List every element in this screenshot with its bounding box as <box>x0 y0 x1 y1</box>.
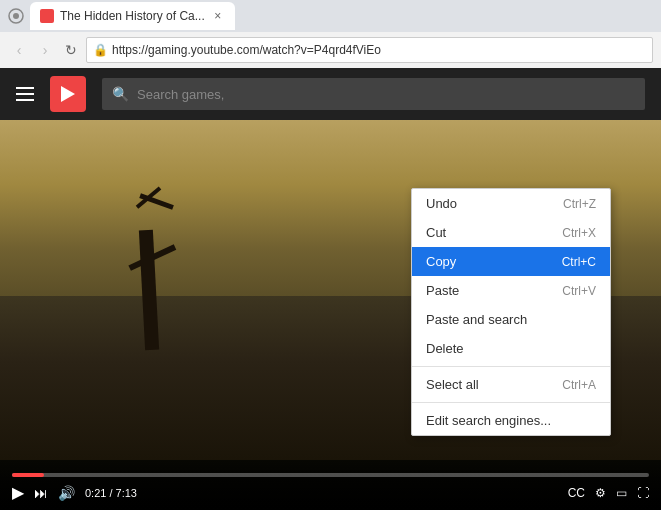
menu-item-shortcut: Ctrl+Z <box>563 197 596 211</box>
search-icon: 🔍 <box>112 86 129 102</box>
video-tree <box>120 150 180 350</box>
tab-close-button[interactable]: × <box>211 9 225 23</box>
menu-item-label: Delete <box>426 341 464 356</box>
yt-logo-play <box>61 86 75 102</box>
menu-item-shortcut: Ctrl+C <box>562 255 596 269</box>
video-controls: ▶ ⏭ 🔊 0:21 / 7:13 CC ⚙ ▭ ⛶ <box>0 460 661 510</box>
video-time: 0:21 / 7:13 <box>85 487 137 499</box>
volume-button[interactable]: 🔊 <box>58 485 75 501</box>
menu-item-shortcut: Ctrl+A <box>562 378 596 392</box>
chrome-browser: The Hidden History of Ca... × ‹ › ↻ 🔒 ht… <box>0 0 661 510</box>
context-menu: Undo Ctrl+Z Cut Ctrl+X Copy Ctrl+C Paste… <box>411 188 611 436</box>
browser-tab[interactable]: The Hidden History of Ca... × <box>30 2 235 30</box>
video-progress-bar[interactable] <box>12 473 649 477</box>
yt-gaming-header: 🔍 Search games, <box>0 68 661 120</box>
context-menu-item-paste[interactable]: Paste Ctrl+V <box>412 276 610 305</box>
tab-title: The Hidden History of Ca... <box>60 9 205 23</box>
tree-trunk <box>139 230 159 351</box>
search-bar[interactable]: 🔍 Search games, <box>102 78 645 110</box>
video-content-area: ▶ ⏭ 🔊 0:21 / 7:13 CC ⚙ ▭ ⛶ Undo Ctrl+Z C… <box>0 120 661 510</box>
yt-gaming-logo[interactable] <box>50 76 86 112</box>
menu-item-shortcut: Ctrl+X <box>562 226 596 240</box>
menu-item-label: Paste <box>426 283 459 298</box>
browser-icon <box>8 8 24 24</box>
controls-row: ▶ ⏭ 🔊 0:21 / 7:13 CC ⚙ ▭ ⛶ <box>12 483 649 502</box>
forward-button[interactable]: › <box>34 39 56 61</box>
search-placeholder: Search games, <box>137 87 224 102</box>
context-menu-item-delete[interactable]: Delete <box>412 334 610 363</box>
url-bar[interactable]: 🔒 https://gaming.youtube.com/watch?v=P4q… <box>86 37 653 63</box>
menu-item-label: Paste and search <box>426 312 527 327</box>
context-menu-item-paste-search[interactable]: Paste and search <box>412 305 610 334</box>
address-bar: ‹ › ↻ 🔒 https://gaming.youtube.com/watch… <box>0 32 661 68</box>
menu-separator <box>412 366 610 367</box>
url-text: https://gaming.youtube.com/watch?v=P4qrd… <box>112 43 646 57</box>
menu-item-label: Undo <box>426 196 457 211</box>
video-progress-fill <box>12 473 44 477</box>
play-button[interactable]: ▶ <box>12 483 24 502</box>
context-menu-item-undo[interactable]: Undo Ctrl+Z <box>412 189 610 218</box>
hamburger-menu[interactable] <box>16 87 34 101</box>
settings-button[interactable]: ⚙ <box>595 486 606 500</box>
menu-item-shortcut: Ctrl+V <box>562 284 596 298</box>
menu-item-label: Edit search engines... <box>426 413 551 428</box>
cc-button[interactable]: CC <box>568 486 585 500</box>
menu-separator <box>412 402 610 403</box>
hamburger-line <box>16 87 34 89</box>
skip-button[interactable]: ⏭ <box>34 485 48 501</box>
menu-item-label: Copy <box>426 254 456 269</box>
hamburger-line <box>16 99 34 101</box>
hamburger-line <box>16 93 34 95</box>
lock-icon: 🔒 <box>93 43 108 57</box>
svg-point-1 <box>13 13 19 19</box>
context-menu-item-copy[interactable]: Copy Ctrl+C <box>412 247 610 276</box>
reload-button[interactable]: ↻ <box>60 39 82 61</box>
theater-mode-button[interactable]: ▭ <box>616 486 627 500</box>
context-menu-item-edit-search-engines[interactable]: Edit search engines... <box>412 406 610 435</box>
fullscreen-button[interactable]: ⛶ <box>637 486 649 500</box>
context-menu-item-select-all[interactable]: Select all Ctrl+A <box>412 370 610 399</box>
context-menu-item-cut[interactable]: Cut Ctrl+X <box>412 218 610 247</box>
title-bar: The Hidden History of Ca... × <box>0 0 661 32</box>
tab-favicon <box>40 9 54 23</box>
menu-item-label: Select all <box>426 377 479 392</box>
back-button[interactable]: ‹ <box>8 39 30 61</box>
menu-item-label: Cut <box>426 225 446 240</box>
